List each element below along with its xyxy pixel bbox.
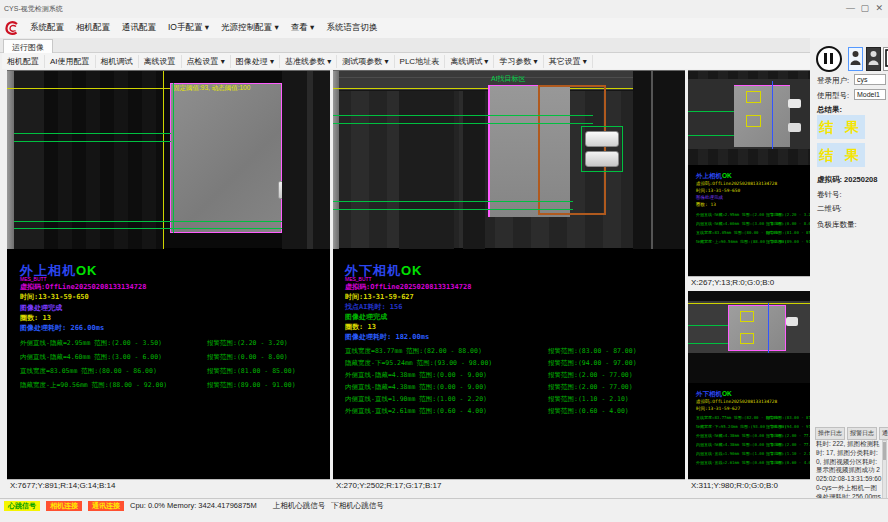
top-camera-heartbeat-label: 上相机心跳信号 bbox=[273, 501, 326, 511]
tool-offline-debug[interactable]: 离线调试 ▾ bbox=[445, 55, 494, 68]
qr-code-label: 二维码: bbox=[817, 204, 842, 214]
tool-spot-check[interactable]: 点检设置 ▾ bbox=[182, 55, 231, 68]
mini-bottom-camera-image[interactable] bbox=[688, 291, 810, 383]
middle-camera-result: OK bbox=[401, 263, 423, 278]
tool-baseline-params[interactable]: 基准线参数 ▾ bbox=[280, 55, 337, 68]
tool-other-settings[interactable]: 其它设置 ▾ bbox=[544, 55, 593, 68]
exit-door-icon bbox=[884, 48, 888, 68]
pause-button[interactable] bbox=[816, 46, 842, 72]
mini-bottom-camera-title: 外下相机OK bbox=[696, 390, 732, 399]
alarm-cell: 报警范围:(1.10 - 2.10) bbox=[548, 395, 629, 404]
login-user-label: 登录用户: bbox=[817, 76, 849, 86]
mini-top-camera-image[interactable] bbox=[688, 70, 810, 165]
measure-row: 内侧直线-隐藏=4.60mm 范围:(3.00 - 6.00) bbox=[20, 353, 162, 362]
toolbar: 相机配置 AI使用配置 相机调试 离线设置 点检设置 ▾ 图像处理 ▾ 基准线参… bbox=[2, 53, 810, 69]
menu-item-io-config[interactable]: IO手配置 ▾ bbox=[162, 20, 215, 36]
alarm-cell: 报警范围:(0.00 - 8.00) bbox=[207, 353, 288, 362]
tool-test-params[interactable]: 测试项参数 ▾ bbox=[337, 55, 394, 68]
measure-row: 直线宽度=83.05mm 范围:(80.00 - 86.00) bbox=[20, 367, 157, 376]
menu-item-light-config[interactable]: 光源控制配置 ▾ bbox=[215, 20, 285, 36]
result-box-2: 结 果 bbox=[817, 143, 865, 167]
total-result-label: 总结果: bbox=[817, 105, 842, 115]
alarm-cell: 报警范围:(0.60 - 4.00) bbox=[548, 407, 629, 416]
tool-ai-config[interactable]: AI使用配置 bbox=[45, 55, 96, 68]
stock-count-label: 负极库数量: bbox=[817, 220, 857, 230]
middle-count: 圈数: 13 bbox=[345, 322, 376, 332]
pause-icon bbox=[824, 53, 827, 64]
alarm-cell: 报警范围:(94.00 - 97.00) bbox=[548, 359, 637, 368]
left-barcode: 虚拟码:OffLine20250208133134728 bbox=[20, 282, 146, 292]
menu-item-view[interactable]: 查看 ▾ bbox=[285, 20, 321, 36]
mini-bottom-time: 时间:13-31-59-627 bbox=[696, 406, 740, 411]
alarm-cell: 报警范围:(2.00 - 77.00) bbox=[548, 383, 633, 392]
status-bar: 心跳信号 相机连接 通讯连接 Cpu: 0.0% Memory: 3424.41… bbox=[0, 498, 888, 512]
log-tab-operation[interactable]: 操作日志 bbox=[815, 427, 845, 440]
tab-strip: 运行图像 bbox=[0, 38, 810, 53]
tool-camera-config[interactable]: 相机配置 bbox=[2, 55, 45, 68]
reel-number-label: 卷针号: bbox=[817, 190, 842, 200]
control-panel: 登录用户: cys 使用型号: Model1 总结果: 结 果 结 果 虚拟码:… bbox=[812, 42, 888, 516]
pause-icon bbox=[830, 53, 833, 64]
middle-camera-view: AI找目标区 外下相机OK MES_BUTT 虚拟码:OffLine202502… bbox=[333, 70, 685, 492]
left-count: 圈数: 13 bbox=[20, 313, 51, 323]
log-tab-comm[interactable]: 通讯日志 bbox=[879, 427, 888, 440]
log-scrollbar-thumb[interactable] bbox=[883, 442, 886, 460]
mini-top-done: 图像处理完成 bbox=[696, 195, 723, 200]
window-title: CYS-视觉检测系统 bbox=[4, 4, 63, 14]
measure-row: 内侧直线-隐藏=4.38mm 范围:(0.00 - 9.00) bbox=[345, 383, 487, 392]
app-window: CYS-视觉检测系统 — ▢ ✕ 系统配置 相机配置 通讯配置 IO手配置 ▾ … bbox=[0, 0, 888, 522]
close-button-icon[interactable]: ✕ bbox=[870, 3, 888, 13]
menu-item-comm-config[interactable]: 通讯配置 bbox=[116, 20, 162, 36]
measure-row: 外侧直线-直线=2.61mm 范围:(0.60 - 4.00) bbox=[345, 407, 487, 416]
measure-row: 隐藏宽度-上=90.56mm 范围:(88.00 - 92.00) bbox=[20, 381, 167, 390]
login-user-field[interactable]: cys bbox=[854, 74, 886, 85]
alarm-cell: 报警范围:(81.00 - 85.00) bbox=[207, 367, 296, 376]
threshold-overlay-label: 固定阈值:93, 动态阈值:100 bbox=[173, 84, 250, 93]
middle-camera-image[interactable]: AI找目标区 bbox=[333, 70, 685, 248]
middle-pixel-readout: X:270;Y:2502;R:17;G:17;B:17 bbox=[333, 479, 685, 492]
measure-row: 隐藏宽度-下=95.24mm 范围:(93.00 - 98.00) bbox=[345, 359, 492, 368]
tool-learn-params[interactable]: 学习参数 ▾ bbox=[494, 55, 543, 68]
tool-camera-debug[interactable]: 相机调试 bbox=[96, 55, 139, 68]
user-manage-button[interactable] bbox=[866, 47, 881, 71]
login-user-button[interactable] bbox=[848, 47, 863, 71]
middle-time: 时间:13-31-59-627 bbox=[345, 292, 414, 302]
middle-done: 图像处理完成 bbox=[345, 312, 387, 322]
bottom-camera-heartbeat-label: 下相机心跳信号 bbox=[331, 501, 384, 511]
log-tab-alarm[interactable]: 报警日志 bbox=[847, 427, 877, 440]
mini-top-camera-title: 外上相机OK bbox=[696, 172, 732, 181]
tool-image-process[interactable]: 图像处理 ▾ bbox=[231, 55, 280, 68]
middle-elapsed: 图像处理耗时: 182.00ms bbox=[345, 332, 429, 342]
alarm-cell: 报警范围:(2.20 - 3.20) bbox=[207, 339, 288, 348]
left-camera-result: OK bbox=[76, 263, 98, 278]
tool-plc-table[interactable]: PLC地址表 bbox=[395, 55, 446, 68]
mini-top-time: 时间:13-31-59-650 bbox=[696, 188, 740, 193]
exit-button[interactable] bbox=[883, 47, 888, 71]
menu-item-camera-config[interactable]: 相机配置 bbox=[70, 20, 116, 36]
model-field[interactable]: Model1 bbox=[854, 89, 886, 100]
camera-connection-badge: 相机连接 bbox=[46, 501, 82, 511]
tab-run-image[interactable]: 运行图像 bbox=[3, 39, 53, 53]
mini-top-camera-view: 外上相机OK 虚拟码:OffLine20250208133134728 时间:1… bbox=[688, 70, 810, 289]
menu-item-system-config[interactable]: 系统配置 bbox=[24, 20, 70, 36]
alarm-cell: 报警范围:(89.00 - 91.00) bbox=[207, 381, 296, 390]
model-label: 使用型号: bbox=[817, 91, 849, 101]
mini-bottom-camera-view: 外下相机OK 虚拟码:OffLine20250208133134728 时间:1… bbox=[688, 291, 810, 492]
menu-item-language[interactable]: 系统语言切换 bbox=[320, 20, 383, 36]
comm-connection-badge: 通讯连接 bbox=[88, 501, 124, 511]
menu-bar: 系统配置 相机配置 通讯配置 IO手配置 ▾ 光源控制配置 ▾ 查看 ▾ 系统语… bbox=[0, 18, 888, 38]
measure-row: 外侧直线-隐藏=4.38mm 范围:(0.00 - 9.00) bbox=[345, 371, 487, 380]
left-time: 时间:13-31-59-650 bbox=[20, 292, 89, 302]
tool-offline-settings[interactable]: 离线设置 bbox=[139, 55, 182, 68]
title-bar: CYS-视觉检测系统 — ▢ ✕ bbox=[0, 0, 888, 18]
cpu-memory-status: Cpu: 0.0% Memory: 3424.41796875M bbox=[130, 501, 257, 510]
mini-top-barcode: 虚拟码:OffLine20250208133134728 bbox=[696, 181, 777, 186]
app-logo-icon bbox=[0, 20, 24, 36]
left-camera-image[interactable]: 固定阈值:93, 动态阈值:100 73.66 bbox=[7, 70, 330, 248]
alarm-cell: 报警范围:(2.00 - 77.00) bbox=[548, 371, 633, 380]
barcode-value-label: 虚拟码: 20250208 bbox=[817, 175, 877, 185]
middle-ai-time: 找点AI耗时: 156 bbox=[345, 302, 403, 312]
person-icon bbox=[867, 48, 880, 68]
result-box-1: 结 果 bbox=[817, 115, 865, 139]
measure-row: 直线宽度=83.77mm 范围:(82.00 - 88.00) bbox=[345, 347, 482, 356]
